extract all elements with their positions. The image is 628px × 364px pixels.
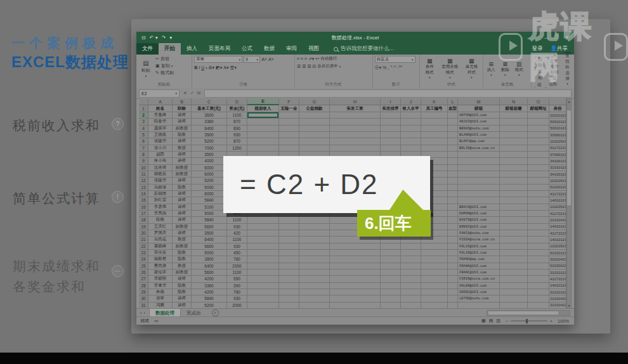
cell[interactable]: 32010419 — [549, 256, 566, 263]
zoom-slider[interactable] — [511, 320, 547, 322]
cell[interactable]: 朱薇 — [148, 289, 173, 296]
cell[interactable] — [528, 171, 549, 178]
save-icon[interactable]: ⊟ — [141, 35, 146, 41]
cell[interactable] — [330, 119, 381, 125]
cell[interactable] — [421, 270, 448, 276]
cell[interactable] — [421, 250, 448, 256]
cell[interactable] — [299, 283, 330, 289]
cell[interactable]: 3800 — [192, 256, 227, 263]
cell[interactable] — [421, 112, 448, 119]
cell[interactable]: 420 — [227, 230, 247, 237]
cell[interactable]: BOLIN@sina.com.cn — [458, 145, 500, 152]
cell[interactable]: 22010119 — [549, 112, 566, 119]
row-number[interactable]: 21 — [139, 237, 148, 243]
cell[interactable]: 张翠 — [148, 296, 173, 302]
row-number[interactable]: 16 — [139, 204, 148, 211]
cell[interactable] — [381, 276, 401, 282]
row-number[interactable]: 15 — [139, 197, 148, 204]
tab-data[interactable]: 数据 — [258, 43, 280, 55]
borders-icon[interactable]: ⊞▾ — [209, 65, 214, 70]
row-number[interactable]: 27 — [139, 276, 148, 282]
cell[interactable] — [381, 244, 401, 250]
cell[interactable]: 5840 — [192, 197, 227, 204]
row-number[interactable]: 29 — [139, 289, 148, 296]
cell[interactable] — [247, 250, 279, 256]
cell[interactable] — [421, 138, 448, 145]
cell[interactable] — [330, 112, 381, 119]
cell[interactable] — [381, 126, 401, 132]
cell[interactable]: 890 — [227, 126, 247, 132]
cell[interactable]: 780 — [227, 289, 247, 296]
cell[interactable] — [528, 132, 549, 138]
cell[interactable]: 2000 — [227, 263, 247, 270]
cell[interactable] — [448, 244, 458, 250]
cell[interactable] — [401, 145, 421, 152]
align-left-icon[interactable]: ☰ — [297, 63, 301, 69]
paste-button[interactable]: ▤ 粘贴▾ — [138, 56, 154, 82]
cell[interactable] — [528, 276, 549, 282]
cell[interactable] — [500, 224, 528, 230]
cell[interactable]: 41172219 — [549, 191, 566, 197]
cell[interactable] — [279, 217, 299, 223]
cell[interactable]: 5000 — [192, 250, 227, 256]
cell[interactable] — [500, 119, 528, 125]
cell[interactable] — [500, 289, 528, 296]
cell[interactable]: 宋佳英 — [148, 250, 173, 256]
cell[interactable] — [448, 224, 458, 230]
cell[interactable]: 11022919 — [549, 138, 566, 145]
cell[interactable] — [448, 138, 458, 145]
cell[interactable] — [401, 244, 421, 250]
cell[interactable]: FIRIN@sina.com.cn — [458, 276, 500, 282]
cell[interactable] — [448, 230, 458, 237]
cell[interactable] — [421, 119, 448, 125]
cell[interactable]: 4000 — [192, 158, 227, 164]
cell[interactable] — [500, 296, 528, 302]
cell[interactable]: 副教授 — [173, 224, 192, 230]
cell[interactable] — [401, 296, 421, 302]
cell[interactable] — [401, 270, 421, 276]
cell[interactable]: 讲师 — [173, 197, 192, 204]
cell[interactable] — [448, 178, 458, 184]
cell[interactable] — [247, 263, 279, 270]
cell[interactable] — [247, 224, 279, 230]
cell[interactable] — [500, 152, 528, 158]
cell[interactable]: 14010119 — [549, 224, 566, 230]
cell[interactable] — [279, 270, 299, 276]
cell[interactable]: 讲师 — [173, 296, 192, 302]
cell[interactable]: 31010119 — [549, 270, 566, 276]
cell[interactable] — [458, 152, 500, 158]
column-header-O[interactable]: O — [528, 98, 549, 105]
row-number[interactable]: 13 — [139, 185, 148, 191]
cell[interactable]: 讲师 — [173, 178, 192, 184]
align-right-icon[interactable]: ☰ — [307, 63, 311, 69]
cell[interactable] — [528, 250, 549, 256]
percent-icon[interactable]: % — [383, 65, 386, 70]
tab-formulas[interactable]: 公式 — [236, 43, 258, 55]
cell[interactable]: 11022919 — [549, 178, 566, 184]
cell[interactable]: 6400 — [192, 263, 227, 270]
cell[interactable] — [500, 276, 528, 282]
cell[interactable]: 870 — [227, 138, 247, 145]
cell[interactable] — [381, 289, 401, 296]
cell[interactable] — [330, 126, 381, 132]
row-number[interactable]: 8 — [139, 152, 148, 158]
cell[interactable]: 53230019 — [549, 263, 566, 270]
cell[interactable]: FOLIG@163.com — [458, 244, 500, 250]
cell[interactable]: 3500 — [192, 152, 227, 158]
column-header-E[interactable]: E — [247, 98, 279, 105]
cell[interactable]: 助教 — [173, 185, 192, 191]
font-size-select[interactable]: 9▾ — [244, 56, 260, 63]
cell[interactable] — [528, 237, 549, 243]
formula-input[interactable] — [204, 89, 572, 98]
zoom-slider-thumb[interactable] — [526, 319, 528, 323]
cell[interactable]: 5600 — [192, 270, 227, 276]
cell[interactable]: 讲师 — [173, 230, 192, 237]
cell[interactable]: 张小川 — [148, 145, 173, 152]
cell[interactable]: 讲师 — [173, 158, 192, 164]
cell[interactable] — [500, 256, 528, 263]
cell[interactable]: 5600 — [192, 224, 227, 230]
row-number[interactable]: 20 — [139, 230, 148, 237]
cell[interactable]: FOLIO@163.com — [458, 250, 500, 256]
cell[interactable] — [448, 217, 458, 223]
cell[interactable] — [528, 126, 549, 132]
